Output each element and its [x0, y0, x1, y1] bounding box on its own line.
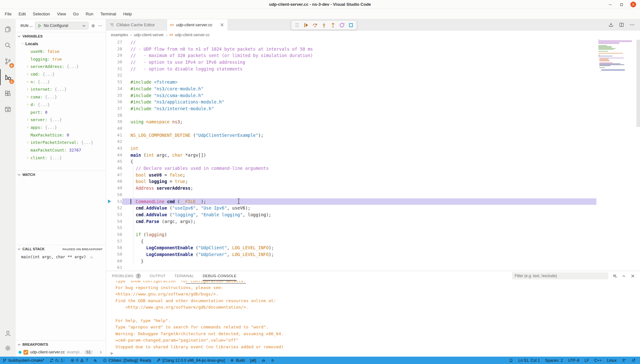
expand-icon[interactable]: [25, 80, 30, 84]
code-line-59[interactable]: 59 LogComponentEnable ("UdpServer", LOG_…: [106, 251, 596, 258]
gutter[interactable]: [106, 79, 113, 86]
code-line-30[interactable]: 30// - option to use IPv4 or IPv6 addres…: [106, 59, 596, 66]
scope-locals[interactable]: Locals: [15, 40, 106, 48]
code-line-45[interactable]: 45{: [106, 158, 596, 165]
code-line-61[interactable]: 61: [106, 264, 596, 271]
variable-server[interactable]: server: {...}: [15, 116, 106, 124]
breadcrumb[interactable]: examples›udp-client-server›C+udp-client-…: [106, 30, 640, 39]
activitybar-run-and-debug[interactable]: 1: [0, 69, 15, 85]
code-line-41[interactable]: 41NS_LOG_COMPONENT_DEFINE ("UdpClientSer…: [106, 132, 596, 139]
code-line-32[interactable]: 32: [106, 72, 596, 79]
code-line-33[interactable]: 33#include <fstream>: [106, 79, 596, 86]
gear-icon[interactable]: [91, 23, 96, 28]
breakpoint-item[interactable]: udp-client-server.ccexampl...51: [15, 348, 106, 356]
tab-cmake-cache-editor[interactable]: CMake Cache Editor: [106, 19, 167, 30]
code-line-47[interactable]: 47 bool useV6 = false;: [106, 172, 596, 178]
gutter[interactable]: [106, 145, 113, 152]
code-line-38[interactable]: 38: [106, 112, 596, 119]
activitybar-explorer[interactable]: [0, 21, 15, 37]
status-build-target[interactable]: [all]: [247, 357, 258, 364]
status-cmake-status[interactable]: CMake: [Debug]: Ready: [100, 357, 154, 364]
code-line-29[interactable]: 29// - maximum of 320 packets sent (or l…: [106, 52, 596, 59]
menu-file[interactable]: File: [1, 9, 15, 19]
activitybar-accounts[interactable]: [0, 326, 15, 341]
close-tab-icon[interactable]: [220, 22, 224, 27]
status-debug-target[interactable]: [259, 357, 268, 364]
code-line-60[interactable]: 60 }: [106, 258, 596, 265]
expand-icon[interactable]: [25, 103, 30, 106]
gutter[interactable]: [106, 192, 113, 198]
minimap[interactable]: [596, 39, 636, 271]
gutter[interactable]: [106, 238, 113, 245]
code-line-48[interactable]: 48 bool logging = true;: [106, 178, 596, 185]
variable-csma[interactable]: csma: {...}: [15, 93, 106, 101]
variable-client[interactable]: client: {...}: [15, 154, 106, 161]
close-panel-icon[interactable]: [630, 274, 635, 278]
variable-apps[interactable]: apps: {...}: [15, 124, 106, 131]
status-debug-status[interactable]: [91, 357, 100, 364]
variable-logging[interactable]: logging: true: [15, 55, 106, 63]
status-os[interactable]: Linux: [604, 357, 619, 364]
gutter[interactable]: [106, 218, 113, 225]
chevron-right-icon[interactable]: [98, 350, 103, 355]
variable-interPacketInterval[interactable]: interPacketInterval: {...}: [15, 139, 106, 146]
code-line-52[interactable]: 52 cmd.AddValue ("useIpv6", "Use Ipv6", …: [106, 205, 596, 211]
gutter[interactable]: [106, 86, 113, 92]
close-button[interactable]: [630, 2, 636, 7]
gutter[interactable]: [106, 39, 113, 46]
variable-cmd[interactable]: cmd: {...}: [15, 70, 106, 78]
variable-MaxPacketSize[interactable]: MaxPacketSize: 0: [15, 131, 106, 139]
code-line-49[interactable]: 49 Address serverAddress;: [106, 185, 596, 192]
variable-n[interactable]: n: {...}: [15, 78, 106, 86]
code-line-37[interactable]: 37#include "ns3/internet-module.h": [106, 105, 596, 112]
breadcrumb-item[interactable]: examples: [111, 33, 128, 37]
code-line-34[interactable]: 34#include "ns3/core-module.h": [106, 86, 596, 92]
gutter[interactable]: [106, 172, 113, 178]
code-line-39[interactable]: 39using namespace ns3;: [106, 119, 596, 125]
code-line-43[interactable]: 43int: [106, 145, 596, 152]
menu-go[interactable]: Go: [70, 9, 82, 19]
split-editor-icon[interactable]: [619, 22, 624, 28]
status-branch[interactable]: buildsystem-cmake*: [0, 357, 47, 364]
status-remote[interactable]: [506, 357, 516, 364]
maximize-panel-icon[interactable]: [621, 274, 626, 278]
activitybar-extensions[interactable]: [0, 85, 15, 101]
gutter[interactable]: [106, 165, 113, 172]
code-line-36[interactable]: 36#include "ns3/applications-module.h": [106, 99, 596, 105]
gutter[interactable]: [106, 138, 113, 145]
status-sync-changes[interactable]: 0↓ 1↑: [47, 357, 67, 364]
gutter[interactable]: [106, 52, 113, 59]
gutter[interactable]: [106, 125, 113, 132]
code-line-55[interactable]: 55: [106, 225, 596, 231]
activitybar-manage[interactable]: [0, 341, 15, 355]
expand-icon[interactable]: [25, 156, 30, 160]
minimize-button[interactable]: [608, 2, 613, 7]
menu-edit[interactable]: Edit: [15, 9, 29, 19]
debug-drag-handle-button[interactable]: [293, 21, 301, 29]
breakpoints-header[interactable]: BREAKPOINTS: [15, 341, 106, 348]
gutter[interactable]: [106, 178, 113, 185]
code-line-54[interactable]: 54 cmd.Parse (argc, argv);: [106, 218, 596, 225]
code-line-42[interactable]: 42: [106, 138, 596, 145]
status-problems[interactable]: 07: [68, 357, 91, 364]
debug-console-output[interactable]: Type "show configuration" for configurat…: [106, 281, 640, 350]
variable-d[interactable]: d: {...}: [15, 101, 106, 109]
menu-terminal[interactable]: Terminal: [97, 9, 120, 19]
gutter[interactable]: [106, 99, 113, 105]
menu-selection[interactable]: Selection: [29, 9, 53, 19]
expand-icon[interactable]: [25, 141, 30, 144]
gutter[interactable]: [106, 258, 113, 265]
debug-restart-button[interactable]: [338, 21, 346, 29]
code-line-50[interactable]: 50: [106, 192, 596, 198]
status-language-mode[interactable]: C++: [592, 357, 604, 364]
expand-icon[interactable]: [25, 126, 30, 129]
gutter[interactable]: [106, 132, 113, 139]
panel-tab-problems[interactable]: PROBLEMS7: [112, 271, 141, 281]
menu-run[interactable]: Run: [82, 9, 97, 19]
code-line-40[interactable]: 40: [106, 125, 596, 132]
start-debugging-icon[interactable]: [37, 23, 42, 28]
gutter[interactable]: [106, 185, 113, 192]
panel-tab-terminal[interactable]: TERMINAL: [174, 271, 194, 281]
breadcrumb-item[interactable]: C+udp-client-server.cc: [170, 33, 210, 37]
code-line-57[interactable]: 57 {: [106, 238, 596, 245]
